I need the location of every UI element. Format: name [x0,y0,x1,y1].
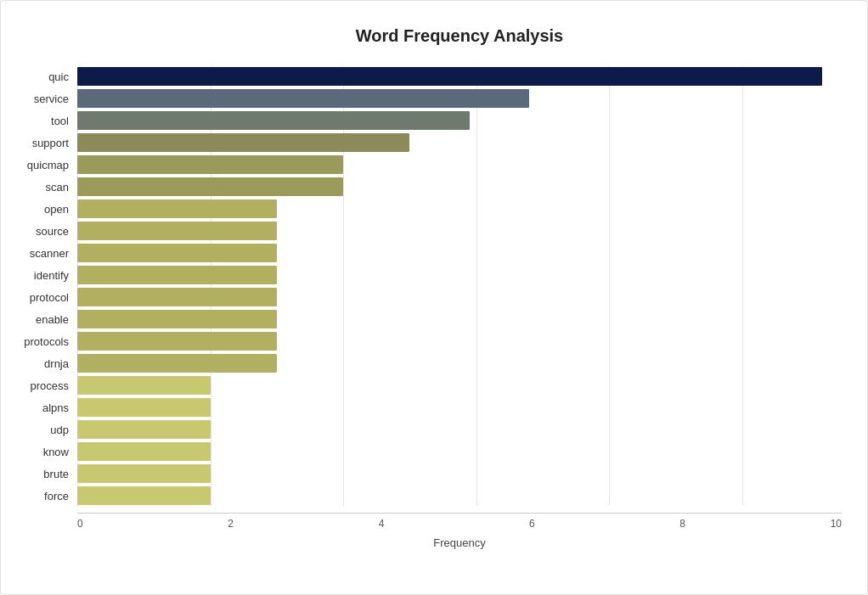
table-row: scanner [77,243,842,263]
table-row: open [77,199,842,219]
x-axis-labels: 0246810 [77,514,842,530]
bar-fill [77,244,277,262]
bar-fill [77,89,529,108]
table-row: protocols [77,331,842,351]
table-row: force [77,486,842,506]
table-row: scan [77,177,842,197]
table-row: source [77,221,842,241]
bar-label: quicmap [9,159,77,171]
bar-fill [77,133,409,152]
bar-fill [77,155,343,174]
bar-fill [77,199,277,218]
bar-fill [77,486,211,505]
bars-area: quicservicetoolsupportquicmapscanopensou… [77,66,842,506]
bar-label: open [9,203,77,216]
bar-label: know [9,446,77,458]
bar-track [77,486,842,505]
bar-label: brute [9,468,77,480]
bar-fill [77,288,277,306]
table-row: alpns [77,397,842,418]
bar-fill [77,442,211,461]
bar-track [77,199,842,218]
table-row: udp [77,419,842,440]
bar-label: drnja [9,357,77,370]
x-axis-tick-label: 0 [77,518,83,530]
bar-fill [77,67,822,86]
bar-track [77,398,842,417]
table-row: service [77,88,842,109]
bar-label: quic [9,70,77,83]
bar-fill [77,111,470,130]
bar-label: protocol [9,291,77,304]
bar-track [77,177,842,196]
table-row: brute [77,463,842,484]
chart-title: Word Frequency Analysis [77,26,842,46]
table-row: protocol [77,287,842,307]
bar-fill [77,354,277,373]
bar-label: protocols [9,335,77,348]
bar-fill [77,332,277,351]
bar-fill [77,464,211,483]
bar-track [77,310,842,328]
x-axis-tick-label: 8 [679,518,685,530]
bar-label: tool [9,115,77,127]
bar-fill [77,398,211,417]
table-row: tool [77,110,842,131]
table-row: drnja [77,353,842,373]
table-row: identify [77,265,842,285]
bar-label: identify [9,269,77,282]
bar-label: scanner [9,247,77,260]
x-axis-title: Frequency [77,536,842,549]
bar-track [77,89,842,108]
table-row: quicmap [77,154,842,175]
bar-label: alpns [9,401,77,414]
x-axis-tick-label: 4 [379,518,385,530]
bar-track [77,288,842,306]
bar-label: scan [9,181,77,194]
bar-label: source [9,225,77,238]
bar-label: support [9,137,77,149]
bar-fill [77,177,343,196]
bar-track [77,376,842,395]
x-axis: 0246810 [77,513,842,530]
bars-wrapper: quicservicetoolsupportquicmapscanopensou… [77,66,842,506]
bar-fill [77,310,277,328]
bar-track [77,464,842,483]
table-row: quic [77,66,842,87]
bar-fill [77,420,211,439]
x-axis-tick-label: 10 [831,518,842,530]
table-row: process [77,375,842,396]
bar-track [77,244,842,262]
x-axis-tick-label: 2 [228,518,234,530]
bar-label: enable [9,313,77,326]
bar-label: force [9,490,77,502]
x-axis-tick-label: 6 [529,518,535,530]
bar-track [77,442,842,461]
chart-container: Word Frequency Analysis quicservicetools… [0,0,868,595]
table-row: support [77,132,842,153]
bar-track [77,354,842,373]
bar-track [77,155,842,174]
bar-track [77,420,842,439]
bar-track [77,111,842,130]
bar-track [77,133,842,152]
bar-fill [77,266,277,284]
bar-track [77,332,842,351]
bar-track [77,222,842,240]
bar-label: process [9,379,77,392]
bar-track [77,266,842,284]
table-row: know [77,441,842,462]
bar-fill [77,222,277,240]
table-row: enable [77,309,842,329]
bar-label: service [9,93,77,105]
bar-fill [77,376,211,395]
bar-label: udp [9,424,77,436]
bar-track [77,67,842,86]
